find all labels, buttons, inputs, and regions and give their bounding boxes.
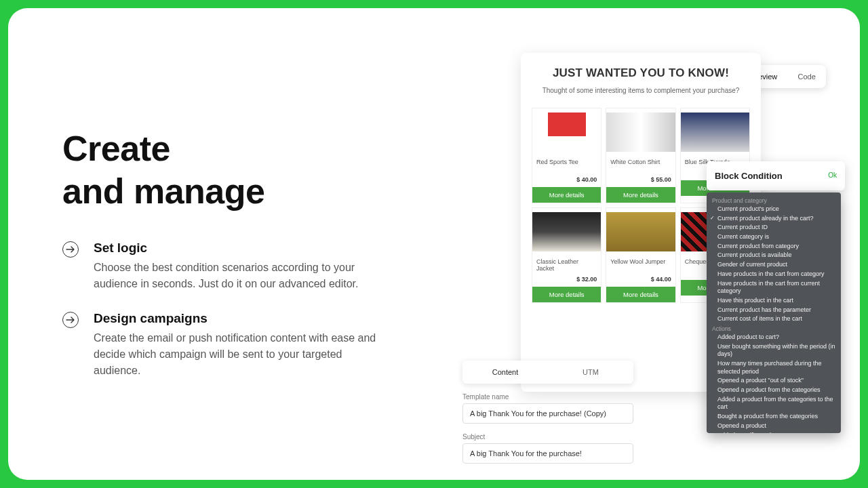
product-price: $ 32.00: [532, 274, 601, 287]
product-name: Yellow Wool Jumper: [606, 256, 675, 274]
more-details-button[interactable]: More details: [606, 187, 675, 203]
feature-body: Choose the best condition scenarios acco…: [94, 260, 388, 292]
condition-item[interactable]: Added product to cart?: [707, 333, 841, 342]
condition-item[interactable]: Have products in the cart from current c…: [707, 279, 841, 296]
app-frame: Create and manage Set logic Choose the b…: [8, 8, 860, 480]
product-image: [606, 212, 675, 251]
condition-dropdown[interactable]: Product and category Current product's p…: [707, 192, 841, 433]
product-name: White Cotton Shirt: [606, 156, 675, 175]
block-condition-title: Block Condition: [715, 171, 837, 181]
product-name: Red Sports Tee: [532, 156, 601, 175]
condition-item[interactable]: Current product's price: [707, 205, 841, 214]
condition-item[interactable]: Current cost of items in the cart: [707, 314, 841, 324]
condition-item[interactable]: Bought a product from the categories: [707, 412, 841, 422]
product-price: $ 40.00: [532, 175, 601, 187]
product-card: White Cotton Shirt $ 55.00 More details: [606, 108, 675, 203]
condition-item[interactable]: Added a product from the categories to t…: [707, 395, 841, 412]
condition-item[interactable]: Current product has the parameter: [707, 306, 841, 315]
hero-section: Create and manage Set logic Choose the b…: [62, 127, 388, 379]
product-price: $ 55.00: [606, 175, 675, 187]
hero-title-line1: Create: [62, 129, 170, 168]
condition-item[interactable]: Opened a product from the categories: [707, 386, 841, 395]
condition-item[interactable]: User bought something within the period …: [707, 342, 841, 359]
more-details-button[interactable]: More details: [532, 187, 601, 203]
product-image: [681, 113, 749, 152]
condition-item[interactable]: Current product from category: [707, 242, 841, 251]
email-subtitle: Thought of some interesting items to com…: [532, 87, 750, 94]
tab-utm[interactable]: UTM: [548, 368, 633, 376]
condition-item[interactable]: Current product ID: [707, 223, 841, 232]
product-image: [606, 113, 675, 152]
arrow-right-circle-icon: [62, 312, 79, 328]
product-card: Yellow Wool Jumper $ 44.00 More details: [606, 207, 675, 303]
condition-item[interactable]: Current product is available: [707, 251, 841, 260]
block-condition-panel: Block Condition Ok: [707, 161, 845, 190]
product-image: [532, 212, 601, 251]
condition-item[interactable]: Current product already in the cart?: [707, 214, 841, 224]
subject-input[interactable]: [462, 443, 633, 464]
campaign-form: Content UTM Template name Subject: [462, 361, 633, 464]
template-name-input[interactable]: [462, 403, 633, 424]
ok-button[interactable]: Ok: [828, 171, 837, 179]
condition-item[interactable]: Gender of current product: [707, 260, 841, 270]
template-name-label: Template name: [462, 393, 633, 401]
feature-body: Create the email or push notification co…: [94, 330, 388, 379]
hero-title-line2: and manage: [62, 171, 264, 211]
product-card: Classic Leather Jacket $ 32.00 More deta…: [532, 207, 601, 303]
condition-item[interactable]: Opened a product "out of stock": [707, 376, 841, 386]
form-tabs: Content UTM: [462, 361, 633, 384]
tab-content[interactable]: Content: [462, 368, 548, 376]
tab-code[interactable]: Code: [798, 73, 816, 81]
condition-item[interactable]: Opened a product: [707, 422, 841, 431]
condition-item[interactable]: Have this product in the cart: [707, 296, 841, 306]
arrow-right-circle-icon: [62, 241, 79, 258]
more-details-button[interactable]: More details: [532, 287, 601, 302]
feature-title: Design campaigns: [94, 311, 388, 326]
feature-design-campaigns: Design campaigns Create the email or pus…: [62, 311, 388, 379]
condition-category: Product and category: [707, 196, 841, 205]
product-image: [548, 113, 586, 152]
feature-title: Set logic: [94, 241, 388, 256]
product-price: $ 44.00: [606, 274, 675, 287]
more-details-button[interactable]: More details: [606, 287, 675, 302]
condition-item[interactable]: How many times purchased during the sele…: [707, 359, 841, 376]
product-name: Classic Leather Jacket: [532, 256, 601, 274]
hero-title: Create and manage: [62, 127, 388, 214]
condition-category: Actions: [707, 324, 841, 333]
feature-set-logic: Set logic Choose the best condition scen…: [62, 241, 388, 292]
product-card: Red Sports Tee $ 40.00 More details: [532, 108, 601, 203]
subject-label: Subject: [462, 433, 633, 441]
email-title: JUST WANTED YOU TO KNOW!: [532, 66, 750, 80]
condition-item[interactable]: Current category is: [707, 232, 841, 242]
condition-item[interactable]: Added specific product to cart: [707, 431, 841, 434]
condition-item[interactable]: Have products in the cart from category: [707, 270, 841, 279]
